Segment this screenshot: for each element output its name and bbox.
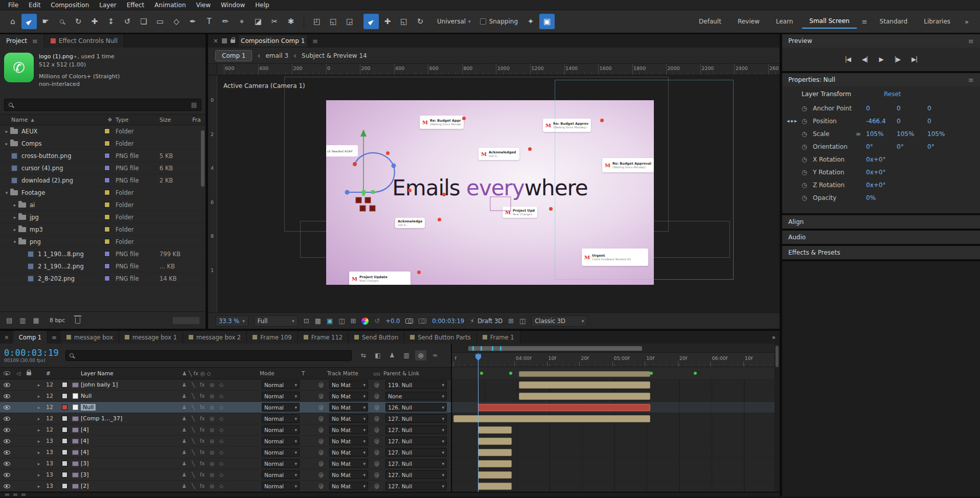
region-of-interest-icon[interactable]: ◫ bbox=[338, 317, 345, 325]
menu-animation[interactable]: Animation bbox=[149, 1, 191, 9]
layer-duration-track[interactable] bbox=[452, 458, 774, 469]
stopwatch-icon[interactable]: ◷ bbox=[802, 182, 813, 189]
property-value[interactable]: 0 bbox=[927, 105, 958, 112]
gizmo-position[interactable]: ✚ bbox=[380, 14, 395, 29]
layer-duration-track[interactable] bbox=[452, 402, 774, 413]
layer-label-swatch[interactable] bbox=[59, 393, 70, 399]
stopwatch-icon[interactable]: ◷ bbox=[802, 169, 813, 176]
breadcrumb-item[interactable]: email 3 bbox=[265, 52, 288, 59]
shy-switch-icon[interactable]: ♟ bbox=[182, 416, 187, 421]
layer-label-swatch[interactable] bbox=[59, 382, 70, 388]
timeline-tab-frame-1[interactable]: Frame 1 bbox=[477, 331, 520, 344]
expand-arrow-icon[interactable]: ▸ bbox=[34, 382, 44, 388]
layer-name[interactable]: Null bbox=[81, 393, 178, 399]
expand-arrow-icon[interactable]: ▸ bbox=[34, 416, 44, 421]
work-area-marker[interactable] bbox=[481, 346, 482, 351]
quality-switch-icon[interactable]: ╲ bbox=[192, 438, 195, 444]
stopwatch-icon[interactable]: ◷ bbox=[802, 130, 813, 138]
mode-column-header[interactable]: Mode bbox=[260, 370, 302, 376]
3d-switch-icon[interactable]: ◇ bbox=[219, 483, 223, 489]
video-switch[interactable] bbox=[0, 428, 13, 432]
track-matte-dropdown[interactable]: No Mat▾ bbox=[329, 380, 368, 389]
snapping-checkbox[interactable] bbox=[480, 18, 486, 25]
workspace-learn[interactable]: Learn bbox=[769, 15, 801, 28]
project-row[interactable]: ▸mp3Folder bbox=[0, 223, 206, 236]
layer-name-column-header[interactable]: Layer Name bbox=[81, 370, 178, 376]
work-area-marker[interactable] bbox=[472, 346, 474, 351]
layer-duration-track[interactable] bbox=[452, 391, 774, 402]
more-tabs-icon[interactable]: » bbox=[768, 331, 780, 344]
project-column-header[interactable]: Name▲ ❖ Type Size Fra bbox=[0, 114, 206, 125]
layer-duration-bar[interactable] bbox=[478, 438, 512, 445]
parent-link-column-header[interactable]: Parent & Link bbox=[383, 370, 449, 376]
column-type[interactable]: Type bbox=[116, 117, 159, 123]
tab-project[interactable]: Project ≡ bbox=[0, 34, 44, 48]
panel-menu-icon[interactable]: ≡ bbox=[966, 37, 974, 45]
video-switch[interactable] bbox=[0, 394, 13, 398]
parent-dropdown[interactable]: None▾ bbox=[385, 392, 447, 400]
quality-switch-icon[interactable]: ╲ bbox=[192, 382, 195, 388]
track-matte-dropdown[interactable]: No Mat▾ bbox=[329, 448, 368, 457]
clone-stamp-tool[interactable]: ⌖ bbox=[234, 14, 249, 29]
layer-name[interactable]: [3] bbox=[81, 471, 178, 478]
matte-pickwhip-icon[interactable]: @ bbox=[315, 461, 327, 466]
quality-switch-icon[interactable]: ╲ bbox=[192, 472, 195, 478]
matte-pickwhip-icon[interactable]: @ bbox=[315, 427, 327, 433]
fx-switch-icon[interactable]: fx bbox=[200, 461, 204, 466]
type-tool[interactable]: T bbox=[201, 14, 217, 29]
fx-switch-icon[interactable]: fx bbox=[200, 404, 204, 410]
3d-switch-icon[interactable]: ◇ bbox=[219, 472, 223, 478]
layer-label-swatch[interactable] bbox=[59, 416, 70, 421]
column-name[interactable]: Name bbox=[11, 117, 28, 123]
bit-depth-button[interactable]: 8 bpc bbox=[47, 316, 69, 325]
menu-layer[interactable]: Layer bbox=[94, 1, 121, 9]
gizmo-rotation[interactable]: ↻ bbox=[413, 14, 428, 29]
label-color-swatch[interactable] bbox=[104, 276, 110, 281]
layer-duration-track[interactable] bbox=[452, 424, 774, 436]
expand-arrow-icon[interactable]: ▸ bbox=[34, 427, 44, 433]
stopwatch-icon[interactable]: ◷ bbox=[802, 143, 813, 150]
layer-label-swatch[interactable] bbox=[59, 404, 70, 410]
expand-arrow-icon[interactable]: ▸ bbox=[34, 472, 44, 478]
frame-blend-footer-icon[interactable] bbox=[13, 493, 17, 496]
keyframe-dot[interactable] bbox=[480, 372, 483, 375]
work-area-bar[interactable] bbox=[452, 344, 774, 353]
parent-pickwhip-icon[interactable]: @ bbox=[370, 427, 383, 433]
video-switch[interactable] bbox=[0, 383, 13, 387]
preview-quality-toggle[interactable]: ✦ bbox=[523, 14, 538, 29]
pan-behind-tool[interactable]: ❏ bbox=[136, 14, 151, 29]
label-color-swatch[interactable] bbox=[104, 202, 110, 208]
matte-pickwhip-icon[interactable]: @ bbox=[315, 382, 327, 388]
timeline-tab-frame-112[interactable]: Frame 112 bbox=[298, 331, 349, 344]
shy-switch-icon[interactable]: ♟ bbox=[182, 438, 187, 444]
comp-timecode[interactable]: 0:00:03:19 bbox=[432, 318, 464, 325]
layer-label-swatch[interactable] bbox=[59, 461, 70, 466]
layer-duration-bar[interactable] bbox=[478, 449, 512, 456]
motion-blur-switch-icon[interactable]: ◎ bbox=[210, 393, 214, 399]
track-matte-dropdown[interactable]: No Mat▾ bbox=[329, 470, 368, 479]
parent-dropdown[interactable]: 127. Null▾ bbox=[385, 437, 447, 445]
timeline-tab-message-box-1[interactable]: message box 1 bbox=[119, 331, 183, 344]
horizontal-ruler[interactable]: 6004002000200400600800100012001400160018… bbox=[208, 64, 780, 75]
parent-dropdown[interactable]: 119. Null▾ bbox=[385, 380, 447, 389]
project-item-thumbnail[interactable]: ✆ bbox=[4, 53, 34, 82]
workspace-menu-icon[interactable]: ≡ bbox=[859, 18, 871, 26]
layer-label-swatch[interactable] bbox=[59, 449, 70, 455]
layer-duration-bar[interactable] bbox=[478, 460, 512, 467]
parent-pickwhip-icon[interactable]: @ bbox=[370, 438, 383, 444]
gizmo-scale[interactable]: ◱ bbox=[396, 14, 412, 29]
stopwatch-icon[interactable]: ◷ bbox=[802, 105, 813, 112]
quality-switch-icon[interactable]: ╲ bbox=[192, 449, 195, 455]
work-area-marker[interactable] bbox=[492, 346, 493, 351]
label-color-swatch[interactable] bbox=[104, 153, 110, 159]
timeline-search-input[interactable] bbox=[77, 352, 348, 359]
project-flowchart-icon[interactable]: ▤ bbox=[191, 101, 197, 108]
parent-pickwhip-icon[interactable]: @ bbox=[370, 393, 383, 399]
video-switch[interactable] bbox=[0, 462, 13, 466]
track-matte-column-header[interactable]: Track Matte bbox=[327, 370, 370, 376]
layer-label-swatch[interactable] bbox=[59, 472, 70, 478]
orbit-camera-tool[interactable]: ↻ bbox=[71, 14, 86, 29]
dolly-camera-tool[interactable]: ↕ bbox=[103, 14, 119, 29]
panel-menu-icon[interactable]: ≡ bbox=[966, 76, 974, 84]
parent-dropdown[interactable]: 127. Null▾ bbox=[385, 425, 447, 434]
